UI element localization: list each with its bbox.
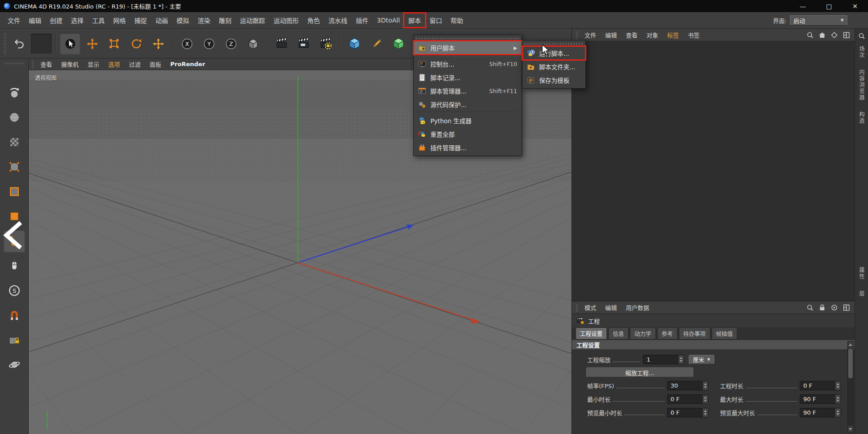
minimize-button[interactable]: —	[790, 0, 816, 12]
dock-tab-content-browser[interactable]: 内容浏览器	[858, 69, 865, 101]
attr-tab-project-settings[interactable]: 工程设置	[576, 327, 607, 340]
script-menu-item-reset-all[interactable]: 重置全部	[414, 127, 522, 141]
attr-tab-dynamics[interactable]: 动力学	[630, 327, 656, 340]
viewport-menu-view[interactable]: 查看	[36, 58, 56, 70]
undo-button[interactable]	[9, 33, 30, 54]
menubar-item-snap[interactable]: 捕捉	[130, 13, 151, 27]
preview-min-field[interactable]: 0 F	[667, 408, 709, 417]
menubar-item-3dtoall[interactable]: 3DtoAll	[373, 14, 404, 26]
project-length-field[interactable]: 0 F	[800, 381, 841, 390]
stepper[interactable]	[678, 355, 684, 364]
mode-toolbar-drag-handle[interactable]	[4, 62, 24, 65]
submenu-item-save-as-template[interactable]: 保存为模板	[523, 73, 585, 87]
fps-field[interactable]: 30	[667, 381, 709, 390]
scrollbar-thumb[interactable]	[848, 349, 853, 378]
stepper[interactable]	[835, 381, 841, 390]
menubar-item-file[interactable]: 文件	[4, 13, 24, 27]
menubar-item-motion-tracker[interactable]: 运动跟踪	[236, 13, 269, 27]
render-view-button[interactable]	[271, 33, 292, 54]
menubar-item-plugins[interactable]: 插件	[352, 13, 372, 27]
tear-off-strip[interactable]	[416, 36, 519, 40]
search-icon[interactable]	[857, 31, 866, 40]
rotate-tool[interactable]	[126, 33, 146, 54]
dock-tab-structure[interactable]: 构造	[858, 112, 865, 124]
project-scale-field[interactable]: 1	[643, 355, 684, 364]
scroll-up-button[interactable]	[848, 341, 853, 348]
om-menu-view[interactable]: 查看	[622, 29, 642, 40]
menubar-item-edit[interactable]: 编辑	[25, 13, 45, 27]
scale-unit-dropdown[interactable]: 厘米 ▼	[689, 355, 714, 364]
menubar-item-create[interactable]: 创建	[46, 13, 66, 27]
script-menu-item-user-scripts[interactable]: 用户脚本 ▶	[414, 41, 522, 54]
attr-tab-reference[interactable]: 参考	[657, 327, 678, 340]
viewport-menu-filter[interactable]: 过滤	[125, 58, 145, 70]
workplane-rotate-button[interactable]	[4, 353, 25, 376]
dock-tab-takes[interactable]: 场次	[858, 46, 865, 58]
menubar-item-tools[interactable]: 工具	[88, 13, 109, 27]
script-menu-item-plugin-manager[interactable]: 插件管理器...	[414, 141, 522, 154]
scroll-down-button[interactable]	[848, 426, 853, 432]
add-cube-button[interactable]	[344, 33, 365, 54]
viewport-drag-handle[interactable]	[31, 60, 35, 68]
script-menu-item-script-manager[interactable]: 脚本管理器... Shift+F11	[414, 84, 522, 98]
z-axis-lock-button[interactable]: Z	[221, 33, 241, 54]
attr-menu-mode[interactable]: 模式	[580, 302, 600, 313]
move-tool[interactable]	[82, 33, 102, 54]
menubar-item-render[interactable]: 渲染	[194, 13, 214, 27]
menubar-item-sculpt[interactable]: 雕刻	[215, 13, 235, 27]
panel-collapse-chevron[interactable]	[2, 220, 25, 251]
section-header[interactable]: 工程设置	[572, 340, 855, 350]
object-manager-list[interactable]	[572, 41, 855, 301]
submenu-item-script-folder[interactable]: 脚本文件夹...	[523, 60, 585, 73]
om-menu-edit[interactable]: 编辑	[601, 29, 621, 40]
stepper[interactable]	[702, 381, 708, 390]
points-mode-button[interactable]	[4, 156, 25, 178]
scale-project-button[interactable]: 缩放工程...	[586, 367, 693, 377]
menubar-item-help[interactable]: 帮助	[447, 13, 467, 27]
layout-icon[interactable]	[842, 31, 851, 40]
om-menu-bookmarks[interactable]: 书签	[684, 29, 704, 40]
attr-tab-info[interactable]: 信息	[608, 327, 629, 340]
attr-menu-edit[interactable]: 编辑	[601, 302, 621, 313]
viewport-view-label[interactable]: 透视视图	[35, 74, 57, 81]
menubar-item-select[interactable]: 选择	[67, 13, 88, 27]
lock-icon[interactable]	[818, 303, 827, 312]
draw-spline-button[interactable]	[366, 33, 387, 54]
redo-button[interactable]	[31, 34, 52, 54]
script-menu-item-python-generator[interactable]: Python 生成器	[414, 114, 522, 127]
layout-icon[interactable]	[842, 303, 851, 312]
script-menu-item-console[interactable]: 控制台... Shift+F10	[414, 57, 522, 71]
dock-tab-attributes[interactable]: 属性	[858, 267, 865, 280]
home-icon[interactable]	[818, 31, 827, 40]
scale-tool[interactable]	[104, 33, 124, 54]
attr-menu-userdata[interactable]: 用户数据	[622, 302, 653, 313]
current-tool-button[interactable]	[148, 33, 168, 54]
stepper[interactable]	[835, 395, 841, 403]
attr-tab-keyframe[interactable]: 帧插值	[712, 327, 738, 340]
stepper[interactable]	[702, 408, 708, 417]
attr-tab-todo[interactable]: 待办事项	[679, 327, 710, 340]
menubar-item-window[interactable]: 窗口	[425, 13, 446, 27]
menubar-item-animate[interactable]: 动画	[151, 13, 172, 27]
tear-off-strip[interactable]	[525, 42, 583, 45]
search-icon[interactable]	[806, 303, 815, 312]
script-menu-item-source-protect[interactable]: 源代码保护...	[414, 98, 522, 111]
menubar-item-mograph[interactable]: 运动图形	[270, 13, 303, 27]
menubar-item-character[interactable]: 角色	[303, 13, 324, 27]
close-button[interactable]: ✕	[842, 0, 868, 12]
target-icon[interactable]	[830, 303, 839, 312]
magnet-snap-button[interactable]	[4, 304, 25, 327]
x-axis-lock-button[interactable]: X	[177, 33, 197, 54]
toolbar-drag-handle[interactable]	[4, 33, 7, 54]
dock-tab-layers[interactable]: 层	[858, 291, 865, 297]
viewport-menu-cameras[interactable]: 摄像机	[57, 58, 83, 70]
maximize-button[interactable]: □	[816, 0, 842, 12]
viewport-menu-panel[interactable]: 面板	[146, 58, 165, 70]
viewport-menu-display[interactable]: 显示	[84, 58, 103, 70]
object-manager-drag-handle[interactable]	[576, 31, 579, 39]
om-menu-tags[interactable]: 标签	[663, 29, 683, 40]
menubar-item-pipeline[interactable]: 流水线	[324, 13, 351, 27]
script-menu-item-script-log[interactable]: 脚本记录...	[414, 71, 522, 84]
texture-mode-button[interactable]	[4, 131, 25, 153]
render-settings-button[interactable]	[315, 33, 336, 54]
